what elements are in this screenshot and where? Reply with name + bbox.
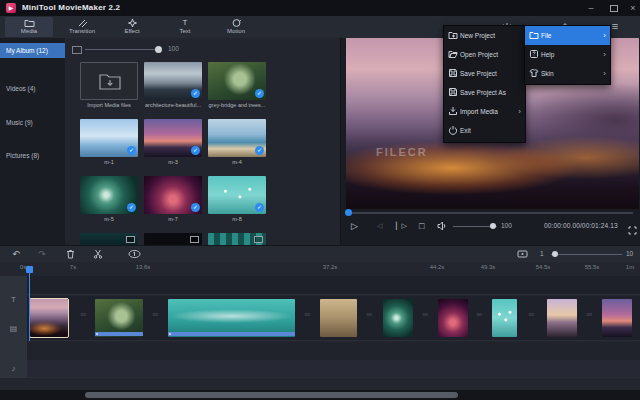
volume-icon[interactable] — [437, 221, 447, 235]
menu-item-save-project[interactable]: Save Project — [444, 64, 525, 83]
media-thumbnail[interactable]: ✓ — [208, 62, 266, 100]
media-item-architecture[interactable]: ✓ architecture-beautiful... — [144, 62, 202, 108]
thumbnail-size-slider[interactable] — [85, 49, 160, 50]
timeline-scrollbar-thumb[interactable] — [85, 392, 458, 398]
media-thumbnail[interactable]: ✓ — [80, 176, 138, 214]
tab-transition[interactable]: Transition — [58, 17, 106, 37]
menu-item-label: File — [541, 32, 551, 39]
transition-slot-icon[interactable]: ∞ — [152, 310, 158, 319]
media-item-video-partial[interactable] — [208, 233, 266, 245]
transition-slot-icon[interactable]: ∞ — [422, 310, 428, 319]
check-icon[interactable]: ✓ — [127, 146, 136, 155]
seek-bar[interactable] — [347, 212, 633, 214]
clip-grass-field[interactable] — [320, 299, 357, 337]
submenu-arrow-icon: › — [603, 31, 606, 40]
menu-item-help[interactable]: Help › — [525, 45, 610, 64]
import-media-tile[interactable]: Import Media files — [80, 62, 138, 108]
clip-purple-sunset[interactable] — [602, 299, 632, 337]
media-item-video-partial[interactable] — [144, 233, 202, 245]
restore-button[interactable] — [606, 2, 620, 14]
timeline-ruler[interactable]: 0s 7s 13.6s 37.2s 44.2s 49.3s 54.5s 55.5… — [0, 262, 640, 277]
clip-green-forest[interactable] — [95, 299, 143, 337]
clip-teal-beach[interactable] — [168, 299, 295, 337]
media-thumbnail[interactable]: ✓ — [208, 176, 266, 214]
menu-item-save-project-as[interactable]: Save Project As — [444, 83, 525, 102]
media-thumbnail[interactable]: ✓ — [144, 62, 202, 100]
sidebar-item-pictures[interactable]: Pictures (8) — [0, 148, 65, 163]
transition-slot-icon[interactable]: ∞ — [304, 310, 310, 319]
file-submenu: New Project Open Project Save Project Sa… — [443, 25, 526, 143]
clip-red-tree[interactable] — [438, 299, 468, 337]
transition-slot-icon[interactable]: ∞ — [476, 310, 482, 319]
transition-slot-icon[interactable]: ∞ — [366, 310, 372, 319]
tab-text[interactable]: T Text — [161, 17, 209, 37]
media-thumbnail[interactable]: ✓ — [80, 119, 138, 157]
undo-button[interactable]: ↶ — [10, 249, 22, 260]
menu-item-label: New Project — [460, 32, 495, 39]
delete-button[interactable] — [64, 249, 76, 260]
check-icon[interactable]: ✓ — [255, 203, 264, 212]
sidebar-item-music[interactable]: Music (9) — [0, 115, 65, 130]
play-button[interactable]: ▷ — [351, 219, 358, 233]
previous-frame-button[interactable]: ◁ — [377, 219, 382, 233]
volume-slider-handle[interactable] — [490, 223, 496, 229]
tab-media[interactable]: Media — [5, 17, 53, 37]
media-thumbnail[interactable]: ✓ — [144, 176, 202, 214]
redo-button[interactable]: ↷ — [36, 249, 48, 260]
fullscreen-icon[interactable] — [628, 221, 637, 239]
timeline-zoom-slider[interactable] — [551, 254, 622, 255]
media-item-m1[interactable]: ✓ m-1 — [80, 119, 138, 165]
check-icon[interactable]: ✓ — [191, 203, 200, 212]
sidebar-item-my-album[interactable]: My Album (12) — [0, 43, 65, 58]
transition-slot-icon[interactable]: ∞ — [586, 310, 592, 319]
camera-icon — [254, 236, 263, 243]
music-track[interactable] — [27, 342, 640, 378]
main-menu: File › Help › Skin › — [524, 25, 611, 85]
minimize-button[interactable]: – — [584, 2, 598, 14]
transition-slot-icon[interactable]: ∞ — [528, 310, 534, 319]
check-icon[interactable]: ✓ — [255, 146, 264, 155]
check-icon[interactable]: ✓ — [127, 203, 136, 212]
media-item-m8[interactable]: ✓ m-8 — [208, 176, 266, 222]
clip-teal-birds[interactable] — [492, 299, 517, 337]
media-thumbnail[interactable]: ✓ — [208, 119, 266, 157]
check-icon[interactable]: ✓ — [255, 89, 264, 98]
thumbnail-size-slider-handle[interactable] — [155, 46, 162, 53]
sidebar-item-videos[interactable]: Videos (4) — [0, 81, 65, 96]
media-item-video-partial[interactable] — [80, 233, 138, 245]
menu-item-file[interactable]: File › — [525, 26, 610, 45]
text-track[interactable] — [27, 276, 640, 295]
next-frame-button[interactable]: ▏▷ — [396, 219, 407, 233]
media-item-m4[interactable]: ✓ m-4 — [208, 119, 266, 165]
media-item-m5[interactable]: ✓ m-5 — [80, 176, 138, 222]
check-icon[interactable]: ✓ — [191, 89, 200, 98]
menu-item-skin[interactable]: Skin › — [525, 64, 610, 83]
close-button[interactable]: × — [626, 2, 640, 14]
edit-scale-button[interactable] — [128, 249, 140, 260]
menu-item-new-project[interactable]: New Project — [444, 26, 525, 45]
transition-slot-icon[interactable]: ∞ — [80, 310, 86, 319]
split-scissors-button[interactable] — [92, 249, 104, 260]
seek-handle[interactable] — [345, 209, 352, 216]
fit-timeline-icon[interactable] — [516, 249, 528, 260]
tab-effect[interactable]: Effect — [108, 17, 156, 37]
video-track[interactable]: ∞ ∞ ∞ ∞ ∞ ∞ ∞ ∞ — [27, 296, 640, 341]
timeline-scrollbar[interactable] — [0, 390, 640, 400]
import-media-thumb[interactable] — [80, 62, 138, 100]
media-item-grey-bridge[interactable]: ✓ grey-bridge and trees... — [208, 62, 266, 108]
clip-audio-bar — [168, 332, 295, 336]
stop-button[interactable]: □ — [419, 219, 424, 233]
media-item-m3[interactable]: ✓ m-3 — [144, 119, 202, 165]
check-icon[interactable]: ✓ — [191, 146, 200, 155]
clip-green-spiral[interactable] — [383, 299, 413, 337]
tab-motion[interactable]: Motion — [212, 17, 260, 37]
timeline-zoom-handle[interactable] — [552, 251, 558, 257]
clip-harbor-sunset[interactable] — [30, 299, 68, 337]
media-item-m7[interactable]: ✓ m-7 — [144, 176, 202, 222]
menu-item-import-media[interactable]: Import Media › — [444, 102, 525, 121]
menu-item-exit[interactable]: Exit — [444, 121, 525, 140]
media-thumbnail[interactable]: ✓ — [144, 119, 202, 157]
playhead-line[interactable] — [29, 267, 30, 341]
menu-item-open-project[interactable]: Open Project — [444, 45, 525, 64]
clip-lighthouse-dusk[interactable] — [547, 299, 577, 337]
